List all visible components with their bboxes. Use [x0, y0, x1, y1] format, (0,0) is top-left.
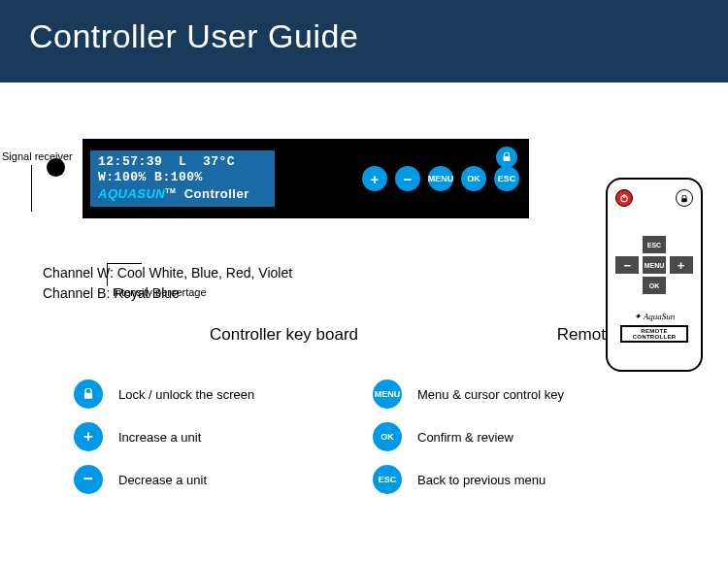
content: Signal receiver Time Lock Working temper…	[0, 139, 728, 494]
remote-esc-button[interactable]: ESC	[643, 236, 666, 253]
lcd-suffix: Controller	[184, 186, 249, 201]
callout-line	[107, 263, 142, 264]
legend-ok: OK Confirm & review	[373, 422, 654, 451]
legend-text: Confirm & review	[417, 430, 513, 445]
svg-rect-4	[84, 393, 92, 399]
callout-intensity: Intensity percertage	[113, 286, 207, 298]
header: Controller User Guide	[0, 0, 728, 83]
lcd-line2: W:100% B:100%	[98, 170, 267, 185]
lcd-display: 12:57:39 L 37°C W:100% B:100% AQUASUNTM …	[90, 150, 275, 207]
ok-button[interactable]: OK	[461, 166, 486, 191]
remote-label: REMOTE CONTROLLER	[620, 325, 688, 343]
svg-rect-3	[681, 198, 687, 202]
legend-lock-icon	[74, 380, 103, 409]
minus-button[interactable]: −	[395, 166, 420, 191]
lcd-time: 12:57:39	[98, 154, 162, 169]
remote-power-button[interactable]	[615, 189, 633, 207]
callout-line	[107, 263, 108, 286]
lcd-line1: 12:57:39 L 37°C	[98, 154, 267, 170]
legend-lock: Lock / unlock the screen	[74, 380, 355, 409]
legend-text: Menu & cursor control key	[417, 387, 564, 402]
legend-ok-icon: OK	[373, 422, 402, 451]
power-icon	[619, 189, 629, 207]
lcd-temp: 37°C	[203, 154, 235, 169]
legend-esc: ESC Back to previous menu	[373, 465, 654, 494]
remote-lock-button[interactable]	[676, 189, 693, 207]
lcd-brand: AQUASUN	[98, 186, 165, 201]
legend-menu: MENU Menu & cursor control key	[373, 380, 654, 409]
legend-minus: − Decrease a unit	[74, 465, 355, 494]
legend-text: Decrease a unit	[118, 473, 207, 487]
legend-plus-icon: +	[74, 422, 103, 451]
label-keyboard: Controller key board	[210, 325, 358, 345]
plus-button[interactable]: +	[362, 166, 387, 191]
controller-panel: 12:57:39 L 37°C W:100% B:100% AQUASUNTM …	[83, 139, 529, 218]
remote-menu-button[interactable]: MENU	[643, 256, 666, 274]
signal-receiver-icon	[47, 158, 65, 177]
lcd-lock: L	[179, 154, 186, 169]
remote-minus-button[interactable]: −	[615, 256, 639, 274]
page-title: Controller User Guide	[29, 17, 699, 55]
legend-esc-icon: ESC	[373, 465, 402, 494]
legend-plus: + Increase a unit	[74, 422, 355, 451]
remote-controller: ESC − MENU + OK ✦ AquaSun REMOTE CONTROL…	[606, 178, 703, 372]
lcd-tm: TM	[165, 186, 176, 193]
lock-icon	[680, 189, 688, 207]
remote-top-row	[615, 189, 693, 207]
lcd-brand-row: AQUASUNTM Controller	[98, 186, 267, 203]
menu-button[interactable]: MENU	[428, 166, 453, 191]
legend-text: Back to previous menu	[417, 473, 546, 487]
legend-menu-icon: MENU	[373, 380, 402, 409]
callout-intensity-label: Intensity percertage	[113, 286, 207, 298]
lock-icon	[502, 152, 512, 162]
remote-ok-button[interactable]: OK	[643, 277, 666, 294]
remote-column: ESC − MENU + OK ✦ AquaSun REMOTE CONTROL…	[606, 178, 703, 372]
esc-button[interactable]: ESC	[494, 166, 519, 191]
panel-buttons: + − MENU OK ESC	[362, 166, 519, 191]
remote-brand: ✦ AquaSun	[615, 312, 693, 321]
legend-text: Increase a unit	[118, 430, 201, 445]
remote-grid: ESC − MENU + OK	[615, 236, 693, 294]
remote-plus-button[interactable]: +	[670, 256, 693, 274]
lock-button[interactable]	[496, 147, 517, 168]
legend: Lock / unlock the screen MENU Menu & cur…	[74, 380, 654, 494]
svg-rect-0	[504, 156, 511, 161]
remote-brand-text: AquaSun	[644, 312, 676, 321]
legend-text: Lock / unlock the screen	[118, 387, 254, 402]
legend-minus-icon: −	[74, 465, 103, 494]
